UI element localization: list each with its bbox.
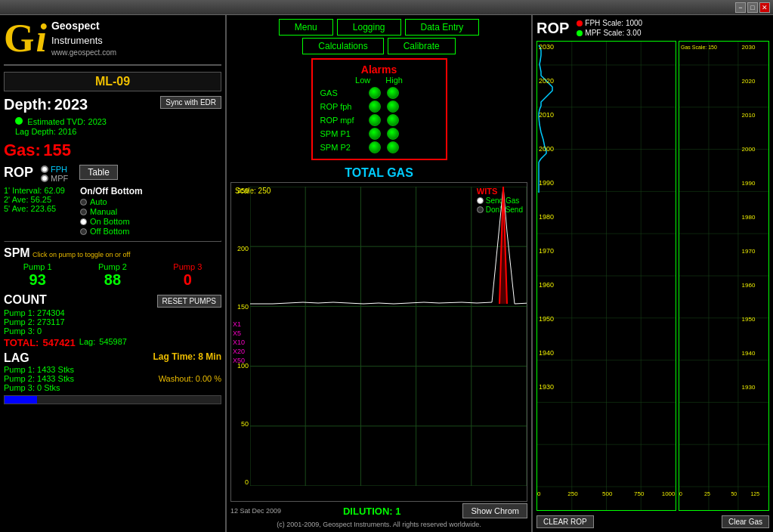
washout-label: Washout: (159, 374, 193, 383)
calculations-button[interactable]: Calculations (302, 38, 383, 54)
count-section: COUNT RESET PUMPS Pump 1: 274304 Pump 2:… (4, 293, 221, 348)
count-total-label: TOTAL: (4, 337, 39, 348)
alarms-title: Alarms (320, 63, 438, 76)
logging-button[interactable]: Logging (337, 19, 401, 36)
mpf-legend-dot (577, 30, 583, 36)
x50-btn[interactable]: X50 (233, 357, 245, 364)
website-text: www.geospect.com (51, 48, 116, 58)
rop-legend: FPH Scale: 1000 MPF Scale: 3.00 (577, 19, 642, 37)
maximize-button[interactable]: □ (747, 2, 758, 13)
alarm-spm-p1-label: SPM P1 (320, 129, 366, 138)
svg-text:1950: 1950 (539, 315, 554, 323)
x10-btn[interactable]: X10 (233, 339, 245, 346)
off-bottom-radio[interactable] (80, 228, 87, 235)
logo-i-letter: i (36, 19, 46, 58)
auto-radio[interactable] (80, 199, 87, 206)
alarm-rop-fph-label: ROP fph (320, 102, 366, 111)
manual-radio[interactable] (80, 209, 87, 215)
sync-edr-button[interactable]: Sync with EDR (160, 96, 221, 109)
show-chrom-button[interactable]: Show Chrom (462, 503, 527, 518)
fph-radio[interactable] (41, 165, 48, 173)
alarm-spm-p1-row: SPM P1 (320, 128, 438, 140)
tvd-label: Estimated TVD: (27, 117, 85, 126)
alarm-rop-mpf-label: ROP mpf (320, 116, 366, 125)
svg-text:2010: 2010 (539, 111, 554, 119)
reset-pumps-button[interactable]: RESET PUMPS (157, 295, 222, 308)
count-total-value: 547421 (42, 337, 75, 348)
svg-text:1960: 1960 (742, 282, 756, 289)
svg-text:1000: 1000 (662, 490, 676, 497)
pump3-col[interactable]: Pump 3 0 (154, 262, 221, 289)
dilution-label: DILUTION: (343, 506, 393, 517)
time-label: 12 Sat Dec 2009 (230, 507, 281, 515)
count-pump3: Pump 3: 0 (4, 326, 221, 336)
table-button[interactable]: Table (79, 165, 118, 180)
rop-chart-svg: 2030 2020 2010 2000 1990 1980 1970 1960 … (537, 42, 676, 510)
mpf-radio-row[interactable]: MPF (41, 174, 68, 183)
rop-intervals: 1' Interval: 62.09 2' Ave: 56.25 5' Ave:… (4, 186, 65, 237)
on-bottom-radio-row[interactable]: On Bottom (80, 217, 143, 226)
off-bottom-radio-row[interactable]: Off Bottom (80, 227, 143, 236)
title-bar: − □ ✕ (0, 0, 773, 15)
lag-time-label: Lag Time: (153, 351, 196, 362)
alarm-spm-p2-row: SPM P2 (320, 141, 438, 153)
fph-radio-row[interactable]: FPH (41, 165, 68, 174)
alarm-rop-fph-row: ROP fph (320, 101, 438, 113)
count-pump2: Pump 2: 273117 (4, 317, 221, 326)
pump2-col[interactable]: Pump 2 88 (79, 262, 146, 289)
minimize-button[interactable]: − (735, 2, 746, 13)
x20-btn[interactable]: X20 (233, 348, 245, 355)
alarms-low-header: Low (355, 76, 370, 85)
pump3-label: Pump 3 (154, 262, 221, 271)
svg-text:2020: 2020 (742, 78, 756, 85)
onoff-section: On/Off Bottom Auto Manual On Bottom Off … (80, 186, 143, 237)
data-entry-button[interactable]: Data Entry (405, 19, 480, 36)
alarm-rop-mpf-high-led (387, 114, 399, 126)
svg-text:750: 750 (634, 490, 645, 497)
manual-radio-row[interactable]: Manual (80, 207, 143, 216)
gas-y-250: 250 (237, 187, 249, 194)
instruments-text: Instruments (51, 34, 116, 48)
svg-text:50: 50 (731, 491, 737, 496)
mpf-radio[interactable] (41, 175, 48, 182)
mpf-legend: MPF Scale: 3.00 (577, 29, 642, 37)
alarm-rop-fph-low-led (369, 101, 381, 113)
auto-radio-row[interactable]: Auto (80, 197, 143, 206)
clear-rop-button[interactable]: CLEAR ROP (536, 515, 594, 528)
svg-text:2010: 2010 (742, 112, 756, 119)
gas-label: Gas: (4, 141, 41, 159)
off-bottom-label: Off Bottom (90, 227, 129, 236)
close-button[interactable]: ✕ (759, 2, 770, 13)
menu-button[interactable]: Menu (279, 19, 333, 36)
lag-pump2-row: Pump 2: 1433 Stks Washout: 0.00 % (4, 374, 221, 383)
mpf-legend-label: MPF (585, 29, 601, 37)
lag-values: Pump 1: 1433 Stks Pump 2: 1433 Stks Wash… (4, 365, 221, 392)
top-nav: Menu Logging Data Entry (230, 19, 527, 36)
count-pump1: Pump 1: 274304 (4, 308, 221, 317)
rop-chart-header: ROP FPH Scale: 1000 MPF Scale: 3.00 (536, 19, 769, 37)
on-bottom-radio[interactable] (80, 218, 87, 225)
pump1-col[interactable]: Pump 1 93 (4, 262, 71, 289)
gas-value: 155 (43, 141, 71, 159)
gas-y-50: 50 (241, 420, 249, 428)
svg-text:500: 500 (602, 490, 613, 497)
gas-chart-svg (250, 187, 527, 486)
svg-text:1930: 1930 (742, 384, 756, 391)
company-name: Geospect (51, 19, 116, 34)
clear-gas-button[interactable]: Clear Gas (722, 515, 769, 528)
depth-value: 2023 (54, 96, 88, 113)
alarm-spm-p2-high-led (387, 141, 399, 153)
pump2-label: Pump 2 (79, 262, 146, 271)
rop-bottom-buttons: CLEAR ROP Clear Gas (536, 513, 769, 528)
onoff-title: On/Off Bottom (80, 186, 143, 196)
manual-label: Manual (90, 207, 117, 216)
x5-btn[interactable]: X5 (233, 329, 245, 337)
calibrate-button[interactable]: Calibrate (388, 38, 456, 54)
lag-depth-val: 2016 (58, 127, 76, 136)
washout: Washout: 0.00 % (159, 374, 221, 383)
svg-text:1980: 1980 (539, 213, 554, 221)
svg-text:2000: 2000 (539, 145, 554, 153)
x1-btn[interactable]: X1 (233, 320, 245, 328)
rop-interval-5: 5' Ave: 223.65 (4, 204, 65, 213)
svg-text:1980: 1980 (742, 214, 756, 221)
